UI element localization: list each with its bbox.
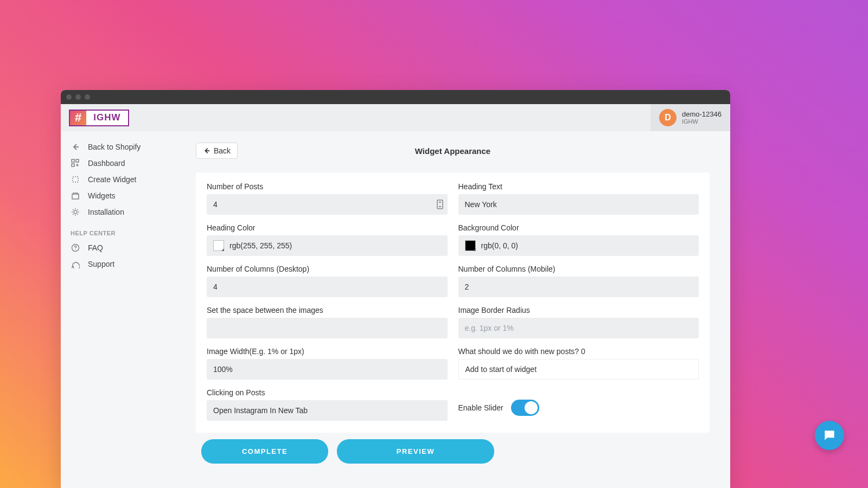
main-content: Back Widget Appearance Number of Posts xyxy=(175,131,730,488)
sidebar-item-dashboard[interactable]: Dashboard xyxy=(61,155,175,171)
sidebar-item-label: Dashboard xyxy=(88,159,125,168)
enable-slider-toggle[interactable] xyxy=(511,400,539,416)
back-label: Back xyxy=(214,146,231,155)
sidebar-item-label: Installation xyxy=(88,208,124,216)
chat-icon xyxy=(71,260,80,268)
sidebar-item-label: Create Widget xyxy=(88,175,136,184)
back-button[interactable]: Back xyxy=(196,143,238,159)
cols-desktop-input[interactable] xyxy=(207,277,448,297)
heading-text-input[interactable] xyxy=(458,194,699,215)
chat-bubble-icon xyxy=(822,428,837,442)
border-radius-label: Image Border Radius xyxy=(458,306,699,314)
svg-rect-2 xyxy=(72,164,74,166)
cols-mobile-input[interactable] xyxy=(458,277,699,297)
svg-rect-4 xyxy=(72,194,79,199)
sidebar: Back to Shopify Dashboard Create Widget xyxy=(61,131,175,488)
chat-fab[interactable] xyxy=(815,421,844,450)
click-posts-value: Open Instagram In New Tab xyxy=(213,406,308,415)
sidebar-item-faq[interactable]: FAQ xyxy=(61,240,175,256)
sidebar-item-create-widget[interactable]: Create Widget xyxy=(61,171,175,188)
num-posts-label: Number of Posts xyxy=(207,182,448,191)
spacing-label: Set the space between the images xyxy=(207,306,448,314)
lightbulb-icon xyxy=(71,208,80,216)
toggle-knob xyxy=(525,401,538,414)
dashboard-icon xyxy=(71,159,80,168)
logo-hash: # xyxy=(70,111,86,125)
preview-button[interactable]: PREVIEW xyxy=(337,439,494,464)
heading-text-label: Heading Text xyxy=(458,182,699,191)
bg-color-value: rgb(0, 0, 0) xyxy=(481,241,518,250)
user-menu[interactable]: D demo-12346 IGHW xyxy=(650,104,730,131)
bg-color-label: Background Color xyxy=(458,223,699,232)
sidebar-item-installation[interactable]: Installation xyxy=(61,204,175,220)
traffic-light-close[interactable] xyxy=(66,94,72,100)
heading-color-input[interactable]: rgb(255, 255, 255) xyxy=(207,235,448,256)
user-name: demo-12346 xyxy=(682,111,722,118)
sidebar-item-label: Widgets xyxy=(88,191,116,200)
traffic-light-zoom[interactable] xyxy=(85,94,90,100)
click-posts-select[interactable]: Open Instagram In New Tab xyxy=(207,400,448,421)
widgets-icon xyxy=(71,191,80,200)
color-swatch-icon xyxy=(465,240,476,251)
heading-color-label: Heading Color xyxy=(207,223,448,232)
svg-rect-0 xyxy=(72,159,74,162)
sidebar-item-label: FAQ xyxy=(88,243,103,252)
sidebar-section-heading: HELP CENTER xyxy=(61,220,175,240)
enable-slider-label: Enable Slider xyxy=(458,403,503,412)
click-posts-label: Clicking on Posts xyxy=(207,388,448,397)
new-posts-label: What should we do with new posts? 0 xyxy=(458,347,699,356)
image-width-label: Image Width(E.g. 1% or 1px) xyxy=(207,347,448,356)
sidebar-item-support[interactable]: Support xyxy=(61,256,175,272)
svg-point-7 xyxy=(75,249,75,250)
cols-mobile-label: Number of Columns (Mobile) xyxy=(458,265,699,273)
number-stepper-icon[interactable] xyxy=(437,200,443,209)
arrow-left-icon xyxy=(71,143,80,151)
sidebar-item-back-to-shopify[interactable]: Back to Shopify xyxy=(61,139,175,155)
complete-button[interactable]: COMPLETE xyxy=(201,439,328,464)
arrow-left-icon xyxy=(203,147,210,155)
sidebar-item-label: Back to Shopify xyxy=(88,143,141,151)
page-title: Widget Appearance xyxy=(196,146,710,156)
heading-color-value: rgb(255, 255, 255) xyxy=(229,241,292,250)
user-app: IGHW xyxy=(682,118,722,125)
settings-card: Number of Posts Heading Text xyxy=(196,172,710,433)
question-icon xyxy=(71,243,80,252)
sidebar-item-widgets[interactable]: Widgets xyxy=(61,188,175,204)
svg-rect-3 xyxy=(73,177,78,182)
logo-text: IGHW xyxy=(86,111,128,125)
traffic-light-minimize[interactable] xyxy=(75,94,81,100)
sidebar-item-label: Support xyxy=(88,260,114,268)
topbar: # IGHW D demo-12346 IGHW xyxy=(61,104,730,131)
image-width-input[interactable] xyxy=(207,359,448,380)
svg-rect-1 xyxy=(76,159,79,162)
color-swatch-icon xyxy=(213,240,224,251)
new-posts-value: Add to start of widget xyxy=(465,365,537,374)
border-radius-input[interactable] xyxy=(458,318,699,338)
spacing-input[interactable] xyxy=(207,318,448,338)
app-window: # IGHW D demo-12346 IGHW Back to Shopify xyxy=(61,90,730,488)
app-logo: # IGHW xyxy=(69,110,129,126)
bg-color-input[interactable]: rgb(0, 0, 0) xyxy=(458,235,699,256)
create-widget-icon xyxy=(71,175,80,184)
avatar: D xyxy=(659,109,676,126)
cols-desktop-label: Number of Columns (Desktop) xyxy=(207,265,448,273)
num-posts-input[interactable] xyxy=(207,194,448,215)
new-posts-select[interactable]: Add to start of widget xyxy=(458,359,699,380)
svg-point-5 xyxy=(74,210,77,214)
window-titlebar xyxy=(61,90,730,104)
